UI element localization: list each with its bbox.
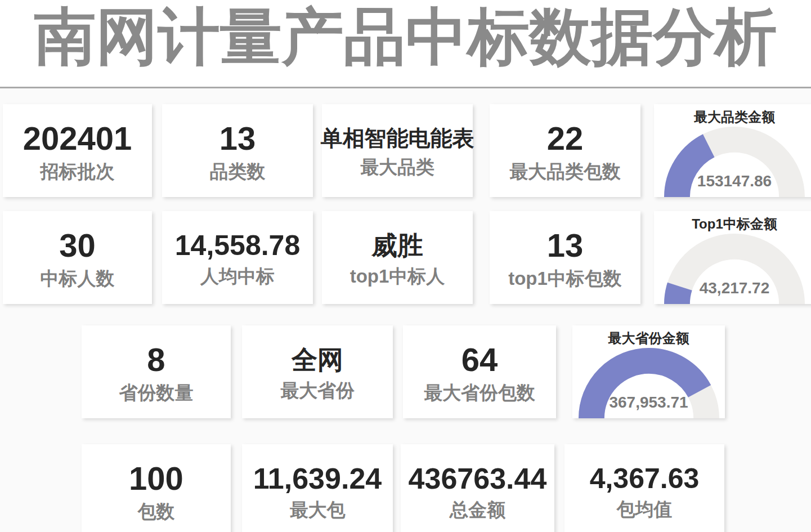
kpi-card-province-count: 8 省份数量 <box>82 325 231 418</box>
kpi-card-max-province: 全网 最大省份 <box>242 325 393 418</box>
kpi-card-category-count: 13 品类数 <box>162 104 313 197</box>
kpi-value: 64 <box>461 343 498 377</box>
dashboard: { "title": "南网计量产品中标数据分析", "colors": { "… <box>0 0 811 532</box>
kpi-value: 22 <box>547 122 584 156</box>
gauge-value: 43,217.72 <box>664 279 805 297</box>
kpi-label: 最大省份包数 <box>424 383 535 403</box>
header-band: 南网计量产品中标数据分析 <box>0 0 811 87</box>
kpi-label: 中标人数 <box>41 269 115 289</box>
kpi-label: 总金额 <box>450 500 505 520</box>
kpi-value: 13 <box>547 229 584 263</box>
kpi-label: 招标批次 <box>41 162 115 182</box>
kpi-card-avg-per-winner: 14,558.78 人均中标 <box>162 211 313 304</box>
kpi-label: 品类数 <box>210 162 266 182</box>
gauge-card-max-province-amount: 最大省份金额 367,953.71 <box>572 325 725 418</box>
kpi-card-max-category-packages: 22 最大品类包数 <box>490 104 640 197</box>
kpi-value: 100 <box>129 462 183 496</box>
kpi-card-package-count: 100 包数 <box>82 444 231 532</box>
kpi-label: 人均中标 <box>200 266 275 287</box>
kpi-value: 30 <box>59 229 96 263</box>
kpi-label: top1中标人 <box>350 266 445 287</box>
gauge-value: 367,953.71 <box>579 394 719 412</box>
kpi-card-package-average: 4,367.63 包均值 <box>564 444 724 532</box>
kpi-card-bid-batch: 202401 招标批次 <box>3 104 152 197</box>
kpi-value: 全网 <box>292 345 343 375</box>
header-divider <box>0 87 811 88</box>
kpi-label: 省份数量 <box>119 383 194 403</box>
kpi-value: 13 <box>219 122 256 156</box>
kpi-label: 包均值 <box>617 499 673 520</box>
kpi-label: 包数 <box>138 502 175 522</box>
kpi-value: 4,367.63 <box>590 464 700 494</box>
kpi-card-total-amount: 436763.44 总金额 <box>401 444 554 532</box>
kpi-label: 最大包 <box>290 500 346 520</box>
gauge-card-max-category-amount: 最大品类金额 153147.86 <box>654 104 811 197</box>
page-title: 南网计量产品中标数据分析 <box>0 0 811 75</box>
kpi-label: top1中标包数 <box>508 269 622 289</box>
kpi-card-top1-packages: 13 top1中标包数 <box>490 211 640 304</box>
kpi-card-max-province-packages: 64 最大省份包数 <box>403 325 556 418</box>
kpi-value: 436763.44 <box>409 463 547 494</box>
gauge-chart: 367,953.71 <box>579 348 719 418</box>
gauge-title: 最大省份金额 <box>608 331 689 346</box>
kpi-label: 最大品类 <box>360 157 434 177</box>
kpi-card-winner-count: 30 中标人数 <box>3 211 152 304</box>
kpi-value: 14,558.78 <box>175 231 300 261</box>
gauge-chart: 43,217.72 <box>664 234 805 304</box>
kpi-card-max-package: 11,639.24 最大包 <box>242 444 393 532</box>
kpi-label: 最大品类包数 <box>509 162 621 182</box>
kpi-label: 最大省份 <box>280 381 355 401</box>
kpi-value: 威胜 <box>371 231 423 261</box>
kpi-card-top1-winner: 威胜 top1中标人 <box>322 211 473 304</box>
gauge-title: Top1中标金额 <box>692 217 777 231</box>
gauge-card-top1-amount: Top1中标金额 43,217.72 <box>654 211 811 304</box>
gauge-value: 153147.86 <box>664 172 805 190</box>
gauge-chart: 153147.86 <box>664 127 805 197</box>
kpi-value: 202401 <box>23 122 132 156</box>
gauge-title: 最大品类金额 <box>694 110 775 124</box>
kpi-card-max-category: 单相智能电能表 最大品类 <box>322 104 473 197</box>
kpi-value: 11,639.24 <box>253 463 382 494</box>
kpi-value: 单相智能电能表 <box>321 126 474 151</box>
kpi-value: 8 <box>147 343 165 377</box>
